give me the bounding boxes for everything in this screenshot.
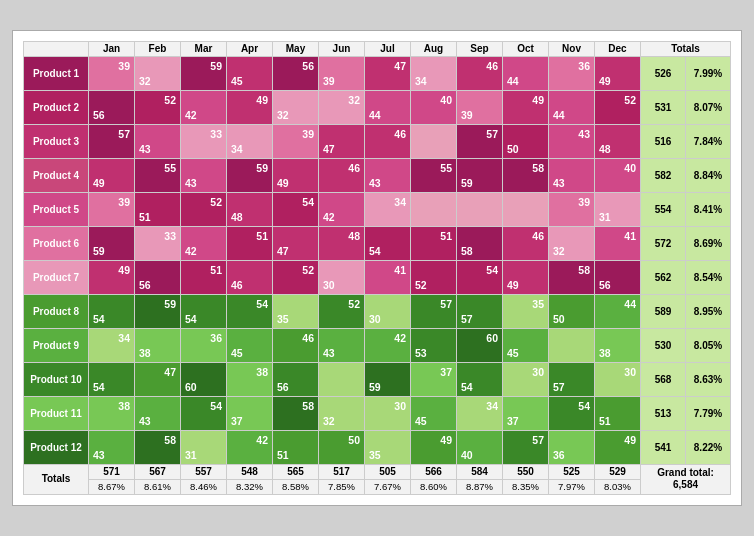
data-cell: 31 <box>595 193 641 227</box>
total-pct-cell: 8.87% <box>457 480 503 494</box>
total-sum-cell: 566 <box>411 465 457 480</box>
data-cell: 32 <box>273 91 319 125</box>
month-header-oct: Oct <box>503 42 549 57</box>
month-header-mar: Mar <box>181 42 227 57</box>
data-cell: 49 <box>89 159 135 193</box>
data-cell: 52 <box>135 91 181 125</box>
total-pct-cell: 8.61% <box>135 480 181 494</box>
table-row: Product 74956514652304152544958565628.54… <box>24 261 731 295</box>
data-cell: 34 <box>89 329 135 363</box>
month-header-sep: Sep <box>457 42 503 57</box>
table-row: Product 124358314251503549405736495418.2… <box>24 431 731 465</box>
data-cell: 34 <box>365 193 411 227</box>
data-cell: 47 <box>135 363 181 397</box>
data-cell: 45 <box>503 329 549 363</box>
data-cell: 44 <box>549 91 595 125</box>
month-header-feb: Feb <box>135 42 181 57</box>
row-total-pct: 8.63% <box>686 363 731 397</box>
row-total-pct: 7.99% <box>686 57 731 91</box>
data-cell: 58 <box>503 159 549 193</box>
row-label: Product 6 <box>24 227 89 261</box>
data-cell: 40 <box>595 159 641 193</box>
total-pct-cell: 7.97% <box>549 480 595 494</box>
data-cell: 32 <box>135 57 181 91</box>
data-cell: 48 <box>595 125 641 159</box>
data-cell: 56 <box>89 91 135 125</box>
data-cell: 43 <box>135 125 181 159</box>
data-cell: 43 <box>181 159 227 193</box>
data-cell: 48 <box>227 193 273 227</box>
row-label: Product 2 <box>24 91 89 125</box>
data-cell: 39 <box>89 57 135 91</box>
data-cell: 55 <box>411 159 457 193</box>
row-label: Product 12 <box>24 431 89 465</box>
grand-total: Grand total:6,584 <box>641 465 731 494</box>
data-cell: 53 <box>411 329 457 363</box>
data-cell: 52 <box>273 261 319 295</box>
table-row: Product 113843543758323045343754515137.7… <box>24 397 731 431</box>
table-row: Product 13932594556394734464436495267.99… <box>24 57 731 91</box>
data-cell: 45 <box>227 329 273 363</box>
data-cell: 30 <box>503 363 549 397</box>
table-row: Product 53951524854423439315548.41% <box>24 193 731 227</box>
total-pct-cell: 8.03% <box>595 480 641 494</box>
row-label: Product 5 <box>24 193 89 227</box>
data-cell: 54 <box>89 295 135 329</box>
data-cell: 58 <box>273 397 319 431</box>
data-cell: 43 <box>135 397 181 431</box>
data-cell: 41 <box>365 261 411 295</box>
data-cell: 42 <box>365 329 411 363</box>
data-cell: 50 <box>549 295 595 329</box>
data-cell: 47 <box>273 227 319 261</box>
data-cell: 37 <box>503 397 549 431</box>
row-total-pct: 8.69% <box>686 227 731 261</box>
data-cell: 39 <box>273 125 319 159</box>
total-sum-cell: 525 <box>549 465 595 480</box>
total-sum-cell: 529 <box>595 465 641 480</box>
row-total: 562 <box>641 261 686 295</box>
data-cell: 54 <box>365 227 411 261</box>
row-label: Product 9 <box>24 329 89 363</box>
data-cell: 44 <box>365 91 411 125</box>
row-label: Product 3 <box>24 125 89 159</box>
table-row: Product 65933425147485451584632415728.69… <box>24 227 731 261</box>
data-cell: 36 <box>181 329 227 363</box>
data-cell: 39 <box>549 193 595 227</box>
row-total: 541 <box>641 431 686 465</box>
data-cell: 46 <box>227 261 273 295</box>
total-sum-cell: 548 <box>227 465 273 480</box>
data-cell: 57 <box>503 431 549 465</box>
data-cell: 35 <box>503 295 549 329</box>
data-cell <box>411 193 457 227</box>
month-header-jan: Jan <box>89 42 135 57</box>
total-pct-cell: 8.67% <box>89 480 135 494</box>
data-cell: 54 <box>181 295 227 329</box>
data-cell: 35 <box>365 431 411 465</box>
row-total: 572 <box>641 227 686 261</box>
total-sum-cell: 550 <box>503 465 549 480</box>
data-cell: 44 <box>595 295 641 329</box>
data-cell: 31 <box>181 431 227 465</box>
row-label: Product 1 <box>24 57 89 91</box>
data-cell: 49 <box>595 431 641 465</box>
total-sum-cell: 565 <box>273 465 319 480</box>
totals-row-sum: Totals5715675575485655175055665845505255… <box>24 465 731 480</box>
data-cell: 56 <box>595 261 641 295</box>
data-cell: 46 <box>503 227 549 261</box>
row-total-pct: 7.84% <box>686 125 731 159</box>
row-total: 531 <box>641 91 686 125</box>
data-cell: 57 <box>457 295 503 329</box>
data-cell: 51 <box>273 431 319 465</box>
data-cell: 55 <box>135 159 181 193</box>
data-cell: 47 <box>365 57 411 91</box>
total-pct-cell: 8.46% <box>181 480 227 494</box>
data-cell: 49 <box>411 431 457 465</box>
month-header-aug: Aug <box>411 42 457 57</box>
data-cell: 59 <box>135 295 181 329</box>
total-sum-cell: 567 <box>135 465 181 480</box>
data-cell: 30 <box>319 261 365 295</box>
data-cell: 48 <box>319 227 365 261</box>
data-cell: 38 <box>595 329 641 363</box>
data-cell: 49 <box>503 261 549 295</box>
data-cell: 34 <box>457 397 503 431</box>
